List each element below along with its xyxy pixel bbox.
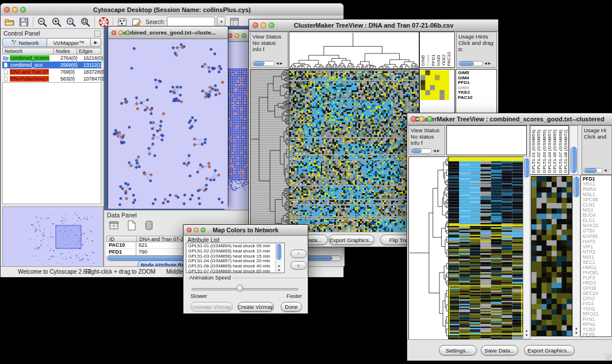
column-label[interactable]: GPL51-04 (GSM857) xyxy=(548,127,552,173)
column-label[interactable]: GIM3 xyxy=(437,33,441,66)
close-icon[interactable] xyxy=(253,22,258,28)
col-edges[interactable]: Edges xyxy=(77,48,101,55)
col-network[interactable]: Network xyxy=(2,48,54,55)
close-icon[interactable] xyxy=(228,33,232,38)
donebutton[interactable]: Done xyxy=(281,302,302,312)
open-folder-icon[interactable] xyxy=(4,17,15,28)
speed-slider-thumb[interactable] xyxy=(236,285,243,292)
move-down-button[interactable]: v xyxy=(290,261,307,270)
tab-vizmapper-label: VizMapper™ xyxy=(53,40,85,46)
minimize-icon[interactable] xyxy=(235,33,239,38)
column-label[interactable]: GPL51-02 (GSM855) xyxy=(537,127,541,173)
zoom-in-icon[interactable] xyxy=(51,17,62,28)
column-label[interactable]: GPL51-07 (GSM868) xyxy=(559,127,563,173)
zoom-window-icon[interactable] xyxy=(125,30,130,35)
heatmap[interactable] xyxy=(448,156,523,340)
attribute-list-scrollbar[interactable]: ▲ ▼ xyxy=(276,243,282,273)
scroll-thumb[interactable] xyxy=(277,244,281,260)
tab-overflow-arrow[interactable]: ▶ xyxy=(91,38,101,47)
network-window: combined_scores_good.txt--cluste... xyxy=(108,26,228,206)
network-row[interactable]: DNA and Tran 07769(0)183728(0) xyxy=(2,68,101,75)
export-graphics-button[interactable]: Export Graphics... xyxy=(328,235,374,245)
gene-list-scrollbar[interactable]: ▲ ▼ xyxy=(572,175,580,337)
resize-grip[interactable] xyxy=(605,353,611,360)
attribute-item[interactable]: GPL51-07 (GSM868) heat shock 60 min xyxy=(188,269,284,273)
treeview-dna-titlebar[interactable]: ClusterMaker TreeView : DNA and Tran 07-… xyxy=(249,20,498,32)
column-label[interactable]: YKE2 xyxy=(442,33,446,66)
zoom-window-icon[interactable] xyxy=(269,22,274,28)
zoom-out-icon[interactable] xyxy=(37,17,48,28)
export-graphics-button[interactable]: Export Graphics... xyxy=(524,345,575,355)
column-label[interactable]: GPL51-01 (GSM854) xyxy=(531,127,536,173)
minimize-icon[interactable] xyxy=(194,228,198,232)
view-status-scrollbar[interactable]: ◀▶ xyxy=(252,61,282,66)
move-up-button[interactable]: ^ xyxy=(290,250,307,258)
column-label[interactable]: PAC10 xyxy=(447,33,452,66)
close-icon[interactable] xyxy=(4,7,10,13)
minimize-icon[interactable] xyxy=(419,116,424,122)
close-icon[interactable] xyxy=(112,30,116,35)
minimize-icon[interactable] xyxy=(12,7,18,13)
zoom-window-icon[interactable] xyxy=(242,33,246,38)
network-window-titlebar[interactable]: combined_scores_good.txt--cluste... xyxy=(108,26,228,39)
network-row[interactable]: RNAPuberNov2+563(0)107847(0) xyxy=(2,75,101,82)
network-row[interactable]: combined_sco2569(6)13112(15) xyxy=(2,62,101,68)
zoom-heatmap[interactable] xyxy=(531,176,572,336)
control-panel-header: Control Panel xyxy=(1,29,104,37)
speed-slider-track[interactable] xyxy=(192,288,299,290)
gene-label[interactable]: PEP5 xyxy=(583,332,611,337)
save-data-button[interactable]: Save Data... xyxy=(481,345,518,355)
minimize-icon[interactable] xyxy=(261,22,266,28)
heatmap-vscrollbar[interactable]: ▲ ▼ xyxy=(523,156,530,339)
row-label[interactable]: PAC10 xyxy=(458,95,496,101)
animate-vizmapbutton[interactable]: Animate Vizmap xyxy=(190,302,233,312)
zoom-matrix[interactable] xyxy=(420,70,449,100)
column-labels-scrollbar[interactable] xyxy=(569,125,578,175)
settings-button[interactable]: Settings... xyxy=(439,345,477,355)
birdseye-view[interactable] xyxy=(2,206,104,267)
create-vizmapbutton[interactable]: Create Vizmap xyxy=(238,302,274,312)
column-dendrogram[interactable] xyxy=(289,32,419,69)
network-name: DNA and Tran 07 xyxy=(10,69,60,75)
usage-hints-text: Click and xyxy=(584,133,610,140)
row-dendrogram[interactable] xyxy=(408,156,449,340)
network-row[interactable]: combined_scores2764(0)16218(0) xyxy=(2,55,101,62)
tab-network[interactable]: Network xyxy=(2,38,47,47)
column-label[interactable]: GPL51-08 (GSM872) xyxy=(564,127,568,173)
row-dendrogram[interactable] xyxy=(250,69,289,233)
zoom-window-icon[interactable] xyxy=(201,228,205,232)
col-nodes[interactable]: Nodes xyxy=(54,48,77,55)
zoom-window-icon[interactable] xyxy=(20,7,26,13)
column-label[interactable]: GIM4 xyxy=(426,33,431,66)
usage-hints-scrollbar[interactable]: ◀▶ xyxy=(458,61,491,66)
float-panel-icon[interactable] xyxy=(94,30,101,37)
treeview-combined-titlebar[interactable]: ClusterMaker TreeView : combined_scores_… xyxy=(407,113,612,125)
close-icon[interactable] xyxy=(187,228,192,232)
column-label[interactable]: GPL51-06 (GSM865) xyxy=(553,127,557,173)
attribute-list[interactable]: GPL51-01 (GSM854) heat shock 05 minGPL51… xyxy=(186,243,285,273)
usage-hints-scrollbar[interactable]: ◀ xyxy=(583,168,607,173)
view-status-scrollbar[interactable]: ◀▶ xyxy=(410,148,439,154)
zoom-window-icon[interactable] xyxy=(427,116,433,122)
column-label[interactable]: GPL51-03 (GSM856) xyxy=(542,127,547,173)
minimize-icon[interactable] xyxy=(118,30,123,35)
main-titlebar[interactable]: Cytoscape Desktop (Session Name: collins… xyxy=(1,3,343,16)
zoom-actual-icon[interactable] xyxy=(80,17,91,28)
new-page-icon[interactable] xyxy=(126,220,137,231)
tab-vizmapper[interactable]: VizMapper™ xyxy=(47,38,91,47)
gene-list[interactable]: PFD1YRA1RNR4MSL1SPC98CLN1NIS1BUD4ELG1MAK… xyxy=(580,175,612,337)
network-window-title: combined_scores_good.txt--cluste... xyxy=(120,29,215,36)
close-icon[interactable] xyxy=(411,116,416,122)
network-canvas[interactable] xyxy=(108,39,228,209)
network-name: RNAPuberNov2+ xyxy=(10,76,60,82)
heatmap[interactable] xyxy=(289,69,419,233)
column-label[interactable]: PFD1 xyxy=(431,33,436,66)
table-icon[interactable] xyxy=(109,220,120,231)
save-icon[interactable] xyxy=(18,17,29,28)
col-id[interactable]: ID xyxy=(107,236,137,242)
zoom-selected-icon[interactable] xyxy=(66,17,76,28)
delete-icon[interactable] xyxy=(143,220,155,231)
window-controls xyxy=(4,7,26,13)
column-label[interactable]: GIM5 xyxy=(421,33,426,66)
dialog-titlebar[interactable]: Map Colors to Network xyxy=(183,225,308,236)
